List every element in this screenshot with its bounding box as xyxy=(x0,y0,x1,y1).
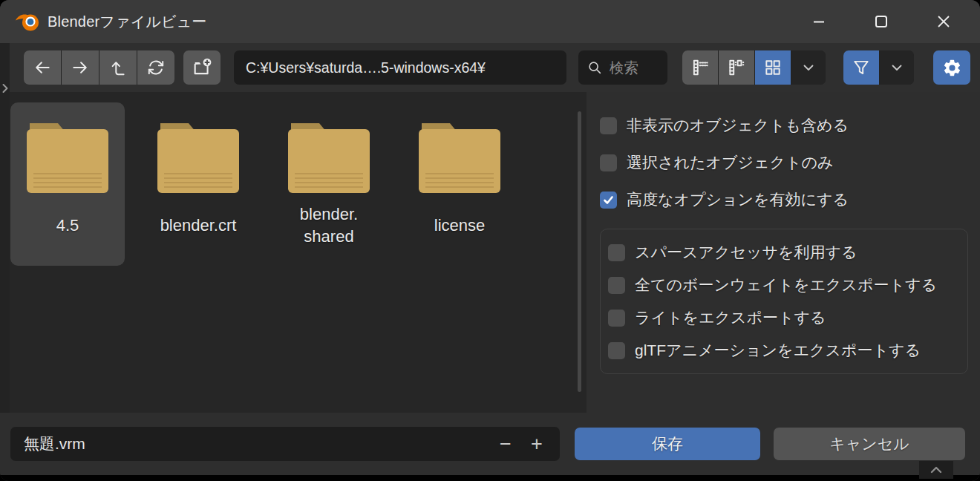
minimize-icon xyxy=(810,13,828,30)
window-controls xyxy=(809,12,980,31)
checkbox[interactable] xyxy=(608,342,625,359)
folder-icon xyxy=(286,122,372,196)
sidebar-rail xyxy=(0,43,10,413)
file-list-scrollbar[interactable] xyxy=(578,111,581,392)
file-tile[interactable]: blender.crt xyxy=(141,102,255,266)
detail-list-icon xyxy=(727,58,746,77)
close-button[interactable] xyxy=(934,12,953,31)
display-settings-dropdown[interactable] xyxy=(791,50,826,85)
up-directory-button[interactable] xyxy=(99,50,137,85)
checkbox-label: スパースアクセッサを利用する xyxy=(635,242,857,263)
statusbar-expand-toggle[interactable] xyxy=(919,461,953,479)
back-arrow-icon xyxy=(33,58,52,77)
export-options-pane: 非表示のオブジェクトも含める 選択されたオブジェクトのみ 高度な xyxy=(587,92,980,413)
filter-group xyxy=(843,50,914,85)
option-row[interactable]: ライトをエクスポートする xyxy=(608,301,964,334)
new-folder-button[interactable] xyxy=(183,50,220,85)
checkbox[interactable] xyxy=(600,192,617,209)
file-tile-label: blender. shared xyxy=(300,197,358,254)
checkbox[interactable] xyxy=(600,117,617,134)
checkbox[interactable] xyxy=(608,244,625,261)
filter-funnel-icon xyxy=(852,58,871,77)
detail-list-view-button[interactable] xyxy=(719,50,754,85)
blender-file-view-window: Blenderファイルビュー xyxy=(0,0,980,481)
up-arrow-icon xyxy=(108,58,128,77)
maximize-button[interactable] xyxy=(872,12,891,31)
check-icon xyxy=(603,194,614,206)
vertical-list-view-button[interactable] xyxy=(682,50,718,85)
cancel-button[interactable]: キャンセル xyxy=(774,428,965,460)
file-tile[interactable]: license xyxy=(402,102,517,266)
option-row[interactable]: 選択されたオブジェクトのみ xyxy=(600,144,968,181)
sidebar-expand-toggle[interactable] xyxy=(1,82,10,98)
blender-logo-icon xyxy=(15,10,40,33)
checkbox[interactable] xyxy=(608,277,625,294)
file-tile-label: blender.crt xyxy=(160,197,237,254)
display-mode-group xyxy=(682,50,826,85)
thumbnail-grid-icon xyxy=(763,58,783,77)
path-field[interactable]: C:¥Users¥saturda….5-windows-x64¥ xyxy=(234,50,566,85)
refresh-icon xyxy=(146,58,166,77)
close-icon xyxy=(935,13,953,30)
folder-icon xyxy=(24,122,111,196)
checkbox-label: 全てのボーンウェイトをエクスポートする xyxy=(635,275,937,295)
gear-icon xyxy=(942,58,962,78)
window-bottom-edge xyxy=(0,475,980,481)
search-icon xyxy=(587,59,603,76)
minimize-button[interactable] xyxy=(809,12,829,31)
checkbox-label: 非表示のオブジェクトも含める xyxy=(627,115,849,136)
filename-stepper: − + xyxy=(496,433,546,456)
chevron-down-icon xyxy=(888,59,906,76)
search-field[interactable]: 検索 xyxy=(578,50,667,85)
option-row[interactable]: glTFアニメーションをエクスポートする xyxy=(608,334,964,367)
back-button[interactable] xyxy=(24,50,61,85)
checkbox-label: 選択されたオブジェクトのみ xyxy=(627,152,833,173)
forward-button[interactable] xyxy=(62,50,99,85)
checkbox-label: ライトをエクスポートする xyxy=(635,307,826,328)
new-folder-icon xyxy=(192,57,212,78)
titlebar: Blenderファイルビュー xyxy=(0,0,980,43)
file-tile-label: 4.5 xyxy=(56,197,79,254)
chevron-right-icon xyxy=(1,82,10,95)
filename-value: 無題.vrm xyxy=(24,433,496,454)
checkbox-label: 高度なオプションを有効にする xyxy=(627,189,849,210)
filter-settings-dropdown[interactable] xyxy=(880,50,914,85)
chevron-down-icon xyxy=(800,59,817,76)
increment-button[interactable]: + xyxy=(527,433,546,456)
file-list-pane: 4.5 blender.crt xyxy=(0,92,587,413)
path-value: C:¥Users¥saturda….5-windows-x64¥ xyxy=(246,59,486,76)
navigation-group xyxy=(24,50,174,85)
search-placeholder: 検索 xyxy=(610,58,638,78)
refresh-button[interactable] xyxy=(137,50,174,85)
file-tile[interactable]: blender. shared xyxy=(272,102,386,266)
filter-button[interactable] xyxy=(843,50,879,85)
chevron-up-icon xyxy=(928,463,944,477)
bottom-bar: 無題.vrm − + 保存 キャンセル xyxy=(0,413,980,475)
checkbox-label: glTFアニメーションをエクスポートする xyxy=(635,340,921,361)
thumbnail-view-button[interactable] xyxy=(755,50,791,85)
toolbar: C:¥Users¥saturda….5-windows-x64¥ 検索 xyxy=(0,43,980,92)
folder-icon xyxy=(416,122,503,196)
file-tile-label: license xyxy=(434,197,485,254)
decrement-button[interactable]: − xyxy=(496,433,515,456)
maximize-icon xyxy=(872,13,890,30)
forward-arrow-icon xyxy=(71,58,90,77)
save-button[interactable]: 保存 xyxy=(575,428,760,460)
settings-button[interactable] xyxy=(933,50,970,85)
window-title: Blenderファイルビュー xyxy=(48,12,207,32)
option-row[interactable]: スパースアクセッサを利用する xyxy=(608,236,964,269)
folder-icon xyxy=(155,122,241,196)
option-row[interactable]: 高度なオプションを有効にする xyxy=(600,181,968,218)
advanced-options-group: スパースアクセッサを利用する 全てのボーンウェイトをエクスポートする xyxy=(600,229,968,374)
vertical-list-icon xyxy=(690,58,710,77)
option-row[interactable]: 全てのボーンウェイトをエクスポートする xyxy=(608,269,964,301)
main-area: 4.5 blender.crt xyxy=(0,92,980,413)
checkbox[interactable] xyxy=(600,154,617,171)
filename-input[interactable]: 無題.vrm − + xyxy=(10,427,560,461)
file-tile[interactable]: 4.5 xyxy=(10,102,125,266)
option-row[interactable]: 非表示のオブジェクトも含める xyxy=(600,107,968,144)
file-tiles: 4.5 blender.crt xyxy=(10,102,587,266)
option-checkboxes: 非表示のオブジェクトも含める 選択されたオブジェクトのみ 高度な xyxy=(600,107,968,218)
checkbox[interactable] xyxy=(608,310,625,327)
